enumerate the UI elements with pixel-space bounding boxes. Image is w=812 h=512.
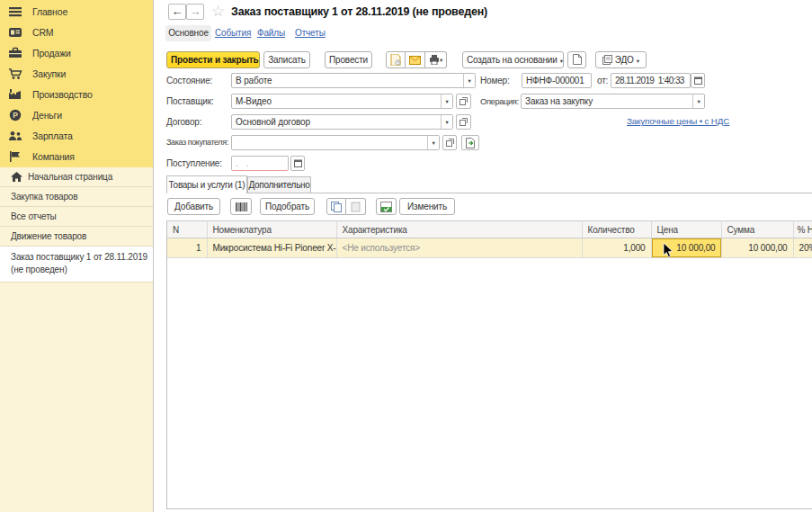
svg-text:P: P xyxy=(13,111,18,120)
receipt-placeholder: . . xyxy=(236,158,251,168)
edit-row-button[interactable]: Изменить xyxy=(399,198,455,215)
customer-order-import-button[interactable] xyxy=(461,135,479,150)
sidebar-page-goods-purchase[interactable]: Закупка товаров xyxy=(0,187,153,207)
contract-label: Договор: xyxy=(166,114,201,130)
supplier-value: М-Видео xyxy=(236,94,449,108)
forward-button[interactable]: → xyxy=(186,4,204,20)
back-button[interactable]: ← xyxy=(168,4,186,20)
col-vat[interactable]: % Н xyxy=(793,221,812,238)
col-nomenclature[interactable]: Номенклатура xyxy=(207,221,336,238)
state-field[interactable]: В работе▾ xyxy=(231,73,476,88)
sidebar-page-supplier-order[interactable]: Заказ поставщику 1 от 28.11.2019 (не про… xyxy=(0,247,153,283)
sidebar-pages: Начальная страница Закупка товаров Все о… xyxy=(0,167,153,283)
sidebar-item-label: Производство xyxy=(32,89,93,100)
date-field[interactable]: 28.11.2019 1:40:33 xyxy=(611,73,691,88)
contract-field[interactable]: Основной договор▾ xyxy=(231,114,453,130)
tab-files[interactable]: Файлы xyxy=(257,28,285,38)
copy-rows-button[interactable] xyxy=(326,198,346,215)
cell-vat[interactable]: 20% xyxy=(793,238,812,258)
print-button[interactable]: ▾ xyxy=(425,51,447,68)
import-doc-icon xyxy=(466,138,476,148)
contract-dropdown-icon[interactable]: ▾ xyxy=(441,115,452,129)
post-button[interactable]: Провести xyxy=(325,51,372,68)
supplier-open-button[interactable] xyxy=(456,94,471,109)
envelope-icon xyxy=(409,56,421,65)
sidebar-item-crm[interactable]: CRM xyxy=(0,22,153,42)
receipt-field[interactable]: . . xyxy=(231,156,289,171)
add-row-button[interactable]: Добавить xyxy=(167,198,220,215)
cell-quantity[interactable]: 1,000 xyxy=(582,238,651,258)
sidebar-page-goods-movement[interactable]: Движение товаров xyxy=(0,227,153,247)
number-label: Номер: xyxy=(480,73,510,88)
sidebar-item-salary[interactable]: Зарплата xyxy=(0,126,153,147)
supplier-dropdown-icon[interactable]: ▾ xyxy=(441,94,452,108)
tab-goods-services[interactable]: Товары и услуги (1) xyxy=(166,175,247,193)
state-dropdown-icon[interactable]: ▾ xyxy=(463,74,475,87)
sidebar-page-all-reports[interactable]: Все отчеты xyxy=(0,207,153,227)
sidebar-item-money[interactable]: P Деньги xyxy=(0,104,153,125)
cell-price[interactable]: 10 000,00 xyxy=(651,238,721,258)
cell-n[interactable]: 1 xyxy=(167,238,207,258)
grid-settings-button[interactable] xyxy=(376,198,397,215)
table-row[interactable]: 1 Микросистема Hi-Fi Pioneer X-... <Не и… xyxy=(167,238,812,258)
document-icon xyxy=(573,54,582,65)
edo-button[interactable]: ЭДО▾ xyxy=(595,51,647,68)
sidebar-item-sales[interactable]: Продажи xyxy=(0,42,153,63)
operation-field[interactable]: Заказ на закупку▾ xyxy=(521,94,705,109)
pick-button[interactable]: Подобрать xyxy=(260,198,315,215)
customer-order-open-button[interactable] xyxy=(442,135,457,150)
sidebar-page-home[interactable]: Начальная страница xyxy=(0,167,153,187)
tab-events[interactable]: События xyxy=(215,28,251,38)
sidebar-item-production[interactable]: Производство xyxy=(0,84,153,104)
paste-rows-button[interactable] xyxy=(346,198,366,215)
col-n[interactable]: N xyxy=(167,221,207,238)
sidebar-item-label: Зарплата xyxy=(32,130,73,141)
contract-open-button[interactable] xyxy=(456,114,471,130)
save-button[interactable]: Записать xyxy=(263,51,310,68)
tab-main[interactable]: Основное xyxy=(165,25,211,41)
tab-reports[interactable]: Отчеты xyxy=(295,28,326,38)
email-button[interactable] xyxy=(406,51,425,68)
supplier-field[interactable]: М-Видео▾ xyxy=(231,94,453,109)
purchase-prices-link[interactable]: Закупочные цены • с НДС xyxy=(627,116,729,126)
col-quantity[interactable]: Количество xyxy=(582,221,651,238)
document-button[interactable] xyxy=(567,51,586,68)
number-value: НФНФ-000001 xyxy=(526,74,587,87)
col-price[interactable]: Цена xyxy=(651,221,721,238)
customer-order-dropdown-icon[interactable]: ▾ xyxy=(427,136,439,149)
operation-dropdown-icon[interactable]: ▾ xyxy=(692,94,704,108)
printer-icon xyxy=(429,55,440,65)
date-calendar-button[interactable] xyxy=(691,73,705,88)
receipt-calendar-button[interactable] xyxy=(290,156,305,171)
sidebar-item-purchases[interactable]: Закупки xyxy=(0,63,153,84)
sidebar-item-label: Продажи xyxy=(32,48,71,58)
sidebar-sections: Главное CRM Продажи Закупки Производство… xyxy=(0,0,153,167)
favorite-star-icon[interactable]: ☆ xyxy=(211,2,225,21)
barcode-icon xyxy=(236,202,247,212)
sidebar-page-label: Начальная страница xyxy=(28,172,112,182)
tab-additional[interactable]: Дополнительно xyxy=(247,176,311,193)
col-characteristic[interactable]: Характеристика xyxy=(336,221,582,238)
cell-nomenclature[interactable]: Микросистема Hi-Fi Pioneer X-... xyxy=(207,238,336,258)
cell-characteristic[interactable]: <Не используется> xyxy=(336,238,582,258)
sidebar-item-company[interactable]: Компания xyxy=(0,147,153,167)
print-dropdown-arrow: ▾ xyxy=(440,57,442,64)
attach-file-button[interactable] xyxy=(386,51,406,68)
sidebar-page-label: Заказ поставщику 1 от 28.11.2019 xyxy=(11,252,147,262)
cell-sum[interactable]: 10 000,00 xyxy=(721,238,793,258)
customer-order-field[interactable]: ▾ xyxy=(231,135,440,150)
grid-check-icon xyxy=(380,202,392,212)
create-based-on-button[interactable]: Создать на основании▾ xyxy=(462,51,564,68)
sidebar-item-label: Деньги xyxy=(32,110,62,121)
barcode-button[interactable] xyxy=(230,198,252,215)
sidebar-item-main[interactable]: Главное xyxy=(0,1,153,22)
app-window: Главное CRM Продажи Закупки Производство… xyxy=(0,0,812,512)
sidebar: Главное CRM Продажи Закупки Производство… xyxy=(0,0,154,512)
dropdown-arrow-icon: ▾ xyxy=(560,58,563,64)
number-field[interactable]: НФНФ-000001 xyxy=(522,73,592,88)
col-sum[interactable]: Сумма xyxy=(721,221,793,238)
sidebar-page-label: Движение товаров xyxy=(11,231,86,241)
post-and-close-button[interactable]: Провести и закрыть xyxy=(166,51,260,68)
toolbar-icon-group: ▾ xyxy=(386,51,447,68)
edo-label: ЭДО xyxy=(615,55,634,65)
